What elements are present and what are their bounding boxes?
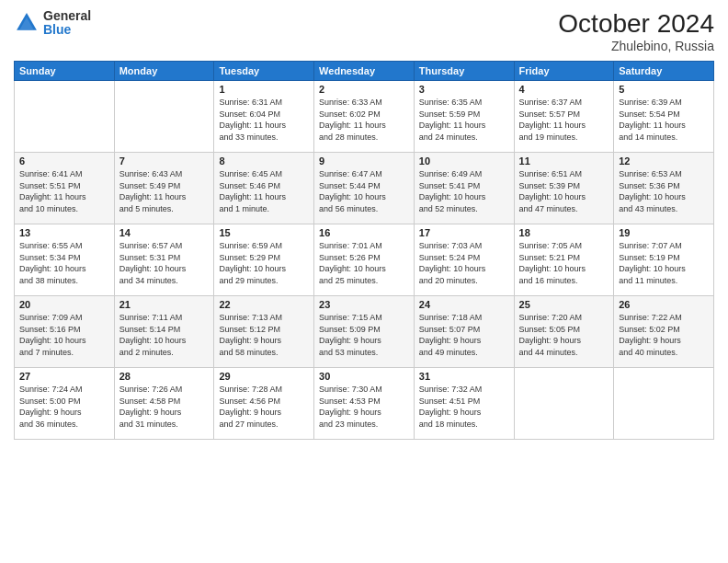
day-number: 31 xyxy=(419,371,509,382)
day-number: 26 xyxy=(619,299,709,310)
calendar-cell xyxy=(114,81,214,153)
day-info: Sunrise: 7:32 AM Sunset: 4:51 PM Dayligh… xyxy=(419,384,509,430)
calendar-header-cell: Thursday xyxy=(414,62,514,81)
day-number: 19 xyxy=(619,227,709,238)
calendar-week-row: 1Sunrise: 6:31 AM Sunset: 6:04 PM Daylig… xyxy=(15,81,714,153)
logo-general: General xyxy=(43,9,91,23)
calendar-table: SundayMondayTuesdayWednesdayThursdayFrid… xyxy=(14,61,714,440)
calendar-cell: 3Sunrise: 6:35 AM Sunset: 5:59 PM Daylig… xyxy=(414,81,514,153)
calendar-week-row: 13Sunrise: 6:55 AM Sunset: 5:34 PM Dayli… xyxy=(15,224,714,296)
header: General Blue October 2024 Zhulebino, Rus… xyxy=(14,9,714,53)
day-info: Sunrise: 7:24 AM Sunset: 5:00 PM Dayligh… xyxy=(19,384,109,430)
day-info: Sunrise: 6:41 AM Sunset: 5:51 PM Dayligh… xyxy=(19,168,109,214)
day-info: Sunrise: 7:09 AM Sunset: 5:16 PM Dayligh… xyxy=(19,312,109,358)
calendar-header-cell: Tuesday xyxy=(214,62,314,81)
day-number: 15 xyxy=(219,227,309,238)
day-number: 2 xyxy=(319,84,409,95)
day-number: 10 xyxy=(419,155,509,167)
month-title: October 2024 xyxy=(558,9,714,39)
day-number: 29 xyxy=(219,371,309,382)
day-number: 8 xyxy=(219,155,309,167)
day-number: 4 xyxy=(519,84,609,95)
calendar-week-row: 20Sunrise: 7:09 AM Sunset: 5:16 PM Dayli… xyxy=(15,296,714,368)
day-info: Sunrise: 6:53 AM Sunset: 5:36 PM Dayligh… xyxy=(619,168,709,214)
logo-text: General Blue xyxy=(43,9,91,38)
day-info: Sunrise: 6:55 AM Sunset: 5:34 PM Dayligh… xyxy=(19,240,109,286)
day-number: 23 xyxy=(319,299,409,310)
calendar-cell: 7Sunrise: 6:43 AM Sunset: 5:49 PM Daylig… xyxy=(114,153,214,224)
day-number: 7 xyxy=(119,155,210,167)
calendar-cell: 23Sunrise: 7:15 AM Sunset: 5:09 PM Dayli… xyxy=(314,296,415,368)
calendar-header-cell: Wednesday xyxy=(314,62,415,81)
title-block: October 2024 Zhulebino, Russia xyxy=(558,9,714,53)
day-number: 20 xyxy=(19,299,109,310)
day-info: Sunrise: 6:43 AM Sunset: 5:49 PM Dayligh… xyxy=(119,168,210,214)
day-number: 5 xyxy=(619,84,709,95)
day-number: 9 xyxy=(319,155,409,167)
day-info: Sunrise: 7:22 AM Sunset: 5:02 PM Dayligh… xyxy=(619,312,709,358)
day-info: Sunrise: 7:18 AM Sunset: 5:07 PM Dayligh… xyxy=(419,312,509,358)
day-info: Sunrise: 6:59 AM Sunset: 5:29 PM Dayligh… xyxy=(219,240,309,286)
calendar-header-cell: Saturday xyxy=(614,62,714,81)
day-info: Sunrise: 7:15 AM Sunset: 5:09 PM Dayligh… xyxy=(319,312,409,358)
day-number: 21 xyxy=(119,299,210,310)
day-info: Sunrise: 7:26 AM Sunset: 4:58 PM Dayligh… xyxy=(119,384,210,430)
calendar-cell: 15Sunrise: 6:59 AM Sunset: 5:29 PM Dayli… xyxy=(214,224,314,296)
day-number: 17 xyxy=(419,227,509,238)
day-info: Sunrise: 6:57 AM Sunset: 5:31 PM Dayligh… xyxy=(119,240,210,286)
calendar-header-cell: Sunday xyxy=(15,62,115,81)
calendar-cell: 17Sunrise: 7:03 AM Sunset: 5:24 PM Dayli… xyxy=(414,224,514,296)
calendar-week-row: 6Sunrise: 6:41 AM Sunset: 5:51 PM Daylig… xyxy=(15,153,714,224)
day-number: 3 xyxy=(419,84,509,95)
calendar-cell xyxy=(514,368,614,440)
day-number: 27 xyxy=(19,371,109,382)
calendar-cell: 12Sunrise: 6:53 AM Sunset: 5:36 PM Dayli… xyxy=(614,153,714,224)
day-number: 25 xyxy=(519,299,609,310)
calendar-cell: 25Sunrise: 7:20 AM Sunset: 5:05 PM Dayli… xyxy=(514,296,614,368)
day-info: Sunrise: 7:11 AM Sunset: 5:14 PM Dayligh… xyxy=(119,312,210,358)
day-number: 28 xyxy=(119,371,210,382)
calendar-cell: 10Sunrise: 6:49 AM Sunset: 5:41 PM Dayli… xyxy=(414,153,514,224)
day-number: 18 xyxy=(519,227,609,238)
day-number: 1 xyxy=(219,84,309,95)
day-number: 11 xyxy=(519,155,609,167)
calendar-cell: 24Sunrise: 7:18 AM Sunset: 5:07 PM Dayli… xyxy=(414,296,514,368)
location-title: Zhulebino, Russia xyxy=(558,39,714,53)
day-info: Sunrise: 6:33 AM Sunset: 6:02 PM Dayligh… xyxy=(319,97,409,143)
day-info: Sunrise: 7:20 AM Sunset: 5:05 PM Dayligh… xyxy=(519,312,609,358)
calendar-cell: 1Sunrise: 6:31 AM Sunset: 6:04 PM Daylig… xyxy=(214,81,314,153)
day-info: Sunrise: 7:05 AM Sunset: 5:21 PM Dayligh… xyxy=(519,240,609,286)
day-info: Sunrise: 6:45 AM Sunset: 5:46 PM Dayligh… xyxy=(219,168,309,214)
calendar-header-row: SundayMondayTuesdayWednesdayThursdayFrid… xyxy=(15,62,714,81)
calendar-cell: 16Sunrise: 7:01 AM Sunset: 5:26 PM Dayli… xyxy=(314,224,415,296)
calendar-header-cell: Monday xyxy=(114,62,214,81)
day-info: Sunrise: 6:39 AM Sunset: 5:54 PM Dayligh… xyxy=(619,97,709,143)
calendar-header-cell: Friday xyxy=(514,62,614,81)
logo-icon xyxy=(14,10,40,36)
day-number: 30 xyxy=(319,371,409,382)
day-info: Sunrise: 6:49 AM Sunset: 5:41 PM Dayligh… xyxy=(419,168,509,214)
day-number: 24 xyxy=(419,299,509,310)
day-number: 12 xyxy=(619,155,709,167)
calendar-cell: 8Sunrise: 6:45 AM Sunset: 5:46 PM Daylig… xyxy=(214,153,314,224)
calendar-cell: 21Sunrise: 7:11 AM Sunset: 5:14 PM Dayli… xyxy=(114,296,214,368)
calendar-cell: 18Sunrise: 7:05 AM Sunset: 5:21 PM Dayli… xyxy=(514,224,614,296)
day-number: 14 xyxy=(119,227,210,238)
day-info: Sunrise: 7:13 AM Sunset: 5:12 PM Dayligh… xyxy=(219,312,309,358)
day-info: Sunrise: 6:37 AM Sunset: 5:57 PM Dayligh… xyxy=(519,97,609,143)
day-info: Sunrise: 6:31 AM Sunset: 6:04 PM Dayligh… xyxy=(219,97,309,143)
calendar-cell: 31Sunrise: 7:32 AM Sunset: 4:51 PM Dayli… xyxy=(414,368,514,440)
logo-blue: Blue xyxy=(43,23,91,37)
calendar-cell: 30Sunrise: 7:30 AM Sunset: 4:53 PM Dayli… xyxy=(314,368,415,440)
day-info: Sunrise: 7:07 AM Sunset: 5:19 PM Dayligh… xyxy=(619,240,709,286)
day-info: Sunrise: 7:03 AM Sunset: 5:24 PM Dayligh… xyxy=(419,240,509,286)
day-info: Sunrise: 7:30 AM Sunset: 4:53 PM Dayligh… xyxy=(319,384,409,430)
day-info: Sunrise: 6:51 AM Sunset: 5:39 PM Dayligh… xyxy=(519,168,609,214)
day-info: Sunrise: 7:01 AM Sunset: 5:26 PM Dayligh… xyxy=(319,240,409,286)
day-info: Sunrise: 6:35 AM Sunset: 5:59 PM Dayligh… xyxy=(419,97,509,143)
calendar-cell: 14Sunrise: 6:57 AM Sunset: 5:31 PM Dayli… xyxy=(114,224,214,296)
calendar-cell: 9Sunrise: 6:47 AM Sunset: 5:44 PM Daylig… xyxy=(314,153,415,224)
calendar-cell: 11Sunrise: 6:51 AM Sunset: 5:39 PM Dayli… xyxy=(514,153,614,224)
day-number: 16 xyxy=(319,227,409,238)
calendar-cell: 6Sunrise: 6:41 AM Sunset: 5:51 PM Daylig… xyxy=(15,153,115,224)
